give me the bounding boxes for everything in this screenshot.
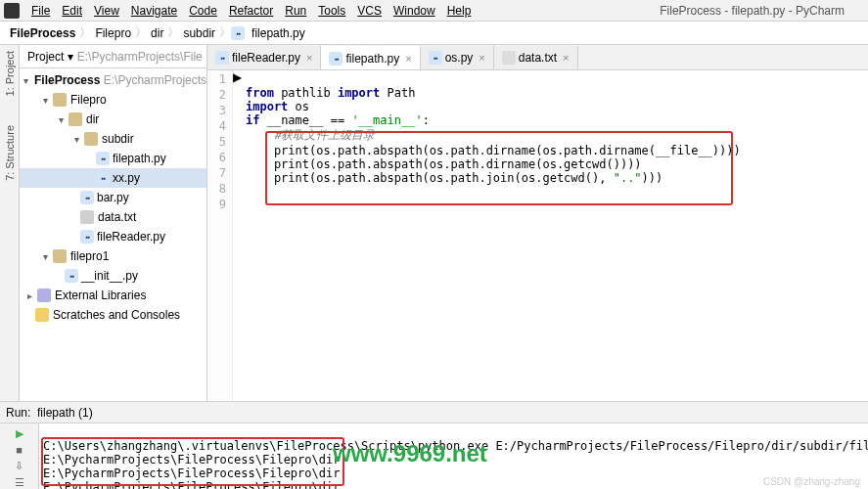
chevron-right-icon[interactable]: ▸: [23, 289, 35, 301]
tree-label: filepro1: [70, 249, 109, 263]
menu-tools[interactable]: Tools: [312, 2, 351, 20]
run-header-label: Run:: [6, 406, 30, 420]
window-title: FileProcess - filepath.py - PyCharm: [660, 4, 864, 18]
text-file-icon: [80, 210, 94, 224]
tree-node-file[interactable]: __init__.py: [20, 266, 206, 286]
breadcrumb-file[interactable]: filepath.py: [248, 26, 309, 40]
tree-node-folder[interactable]: ▾ Filepro: [20, 90, 206, 110]
chevron-down-icon[interactable]: ▾: [39, 250, 51, 262]
text-file-icon: [502, 51, 516, 65]
highlight-box: [41, 437, 344, 486]
stop-icon[interactable]: ■: [13, 444, 26, 456]
editor-tab[interactable]: data.txt ×: [494, 46, 578, 69]
code-editor[interactable]: from pathlib import Path import os if __…: [242, 70, 868, 401]
tree-node-root[interactable]: ▾ FileProcess E:\PycharmProjects\File: [20, 70, 206, 90]
breadcrumb-item[interactable]: Filepro: [91, 26, 135, 40]
down-icon[interactable]: ⇩: [13, 460, 26, 472]
folder-icon: [53, 249, 67, 263]
breadcrumb-item[interactable]: subdir: [179, 26, 219, 40]
chevron-down-icon[interactable]: ▾: [23, 74, 28, 86]
menu-bar: File Edit View Navigate Code Refactor Ru…: [0, 0, 868, 22]
chevron-down-icon[interactable]: ▾: [70, 133, 82, 145]
tab-label: filepath.py: [345, 52, 399, 66]
menu-code[interactable]: Code: [183, 2, 223, 20]
toolwindow-tab-project[interactable]: 1: Project: [4, 51, 16, 96]
tree-path: E:\PycharmProjects\File: [104, 73, 206, 87]
tree-node-file[interactable]: bar.py: [20, 188, 206, 207]
editor-tabs: fileReader.py × filepath.py × os.py × da…: [207, 45, 868, 70]
chevron-down-icon[interactable]: ▾: [39, 94, 51, 106]
chevron-right-icon: 〉: [135, 24, 147, 41]
tree-node-file[interactable]: fileReader.py: [20, 227, 206, 246]
tree-label: dir: [86, 112, 99, 126]
tree-node-scratches[interactable]: Scratches and Consoles: [20, 305, 206, 325]
editor-tab[interactable]: fileReader.py ×: [207, 46, 321, 69]
menu-window[interactable]: Window: [388, 2, 441, 20]
code-keyword: from: [246, 86, 281, 100]
menu-view[interactable]: View: [88, 2, 125, 20]
tree-node-file[interactable]: filepath.py: [20, 149, 206, 168]
menu-file[interactable]: File: [25, 2, 56, 20]
run-console[interactable]: C:\Users\zhangzhang\.virtualenvs\FilePro…: [39, 423, 868, 489]
tab-label: os.py: [445, 51, 474, 65]
run-gutter-icon[interactable]: ▶: [233, 70, 242, 401]
toolwindow-tab-structure[interactable]: 7: Structure: [4, 125, 16, 181]
code-string: '__main__': [351, 113, 422, 127]
tree-label: External Libraries: [55, 289, 146, 302]
menu-refactor[interactable]: Refactor: [223, 2, 279, 20]
python-file-icon: [329, 52, 343, 66]
close-icon[interactable]: ×: [405, 53, 411, 65]
tree-label: FileProcess: [34, 73, 100, 87]
code-keyword: import: [338, 86, 388, 100]
tree-node-external-libraries[interactable]: ▸ External Libraries: [20, 286, 206, 305]
menu-edit[interactable]: Edit: [56, 2, 88, 20]
tree-node-folder[interactable]: ▾ filepro1: [20, 246, 206, 266]
editor-tab[interactable]: os.py ×: [421, 46, 494, 69]
menu-help[interactable]: Help: [441, 2, 478, 20]
tree-node-file[interactable]: xx.py: [20, 168, 206, 188]
editor-gutter[interactable]: 123456789: [207, 70, 233, 401]
folder-icon: [69, 112, 82, 126]
credit-text: CSDN @zhang-zhang: [763, 476, 860, 487]
rerun-icon[interactable]: ▶: [13, 427, 26, 440]
close-icon[interactable]: ×: [479, 52, 484, 64]
tree-node-folder[interactable]: ▾ dir: [20, 110, 206, 129]
tree-label: __init__.py: [81, 269, 138, 283]
breadcrumb-project[interactable]: FileProcess: [6, 26, 79, 40]
menu-vcs[interactable]: VCS: [351, 2, 388, 20]
tree-label: Scratches and Consoles: [53, 308, 180, 322]
settings-icon[interactable]: ☰: [13, 476, 26, 489]
menu-run[interactable]: Run: [279, 2, 312, 20]
python-file-icon: [96, 152, 110, 165]
python-file-icon: [231, 26, 245, 40]
python-file-icon: [80, 230, 94, 244]
close-icon[interactable]: ×: [563, 52, 569, 64]
tree-label: subdir: [102, 132, 134, 146]
run-tool-window: Run: filepath (1) ▶ ■ ⇩ ☰ C:\Users\zhang…: [0, 401, 868, 489]
code-keyword: import: [246, 100, 296, 113]
scratch-icon: [35, 308, 49, 322]
project-view-combo[interactable]: Project ▾: [23, 50, 73, 64]
code-keyword: if: [246, 113, 267, 127]
chevron-down-icon[interactable]: ▾: [55, 113, 67, 125]
python-file-icon: [215, 51, 229, 65]
highlight-box: [265, 131, 733, 205]
tab-label: data.txt: [519, 51, 557, 65]
python-file-icon: [96, 171, 110, 185]
folder-icon: [84, 132, 98, 146]
menu-navigate[interactable]: Navigate: [125, 2, 183, 20]
code-text: os: [296, 100, 309, 113]
breadcrumb-item[interactable]: dir: [147, 26, 167, 40]
tree-node-file[interactable]: data.txt: [20, 207, 206, 227]
project-tree[interactable]: ▾ FileProcess E:\PycharmProjects\File ▾ …: [20, 68, 206, 401]
folder-icon: [53, 93, 67, 107]
python-file-icon: [429, 51, 442, 65]
tree-node-folder[interactable]: ▾ subdir: [20, 129, 206, 149]
code-text: __name__ ==: [267, 113, 352, 127]
app-logo-icon: [4, 3, 20, 19]
editor-tab-active[interactable]: filepath.py ×: [321, 46, 420, 69]
tool-window-stripe: 1: Project 7: Structure: [0, 45, 20, 401]
code-text: :: [423, 113, 430, 127]
close-icon[interactable]: ×: [306, 52, 312, 64]
run-tab-label[interactable]: filepath (1): [37, 406, 93, 420]
